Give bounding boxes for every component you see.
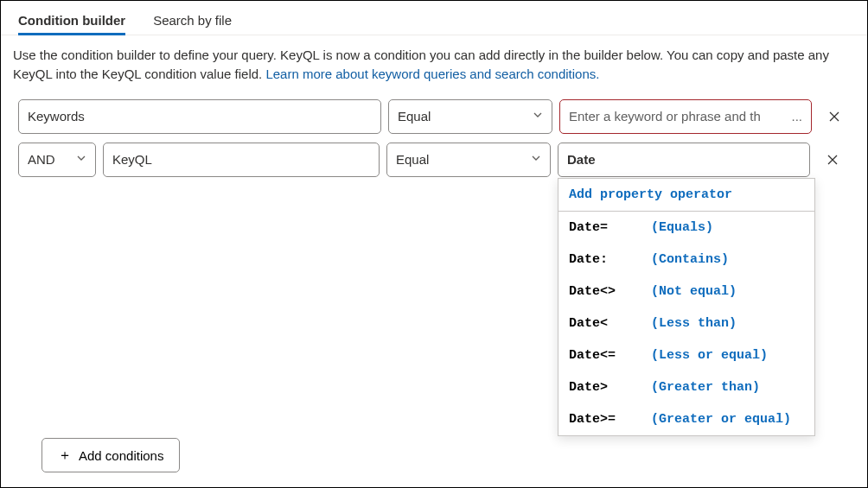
dropdown-item-key: Date<= <box>569 348 651 363</box>
dropdown-item-key: Date<> <box>569 284 651 299</box>
tabs: Condition builder Search by file <box>1 1 867 35</box>
chevron-down-icon <box>76 153 86 166</box>
dropdown-item-desc: (Greater or equal) <box>651 412 791 427</box>
dropdown-item-key: Date> <box>569 380 651 395</box>
add-conditions-button[interactable]: ＋ Add conditions <box>41 438 180 472</box>
description: Use the condition builder to define your… <box>1 35 867 99</box>
operator-select[interactable]: Equal <box>386 143 551 177</box>
dropdown-item-desc: (Less or equal) <box>651 348 768 363</box>
value-text: Date <box>567 152 596 167</box>
plus-icon: ＋ <box>58 447 72 465</box>
remove-row-button[interactable] <box>820 148 845 172</box>
dropdown-item-desc: (Less than) <box>651 316 737 331</box>
value-input-wrapper[interactable]: Date Add property operator Date= (Equals… <box>558 143 810 177</box>
property-value: Keywords <box>28 109 85 124</box>
add-conditions-label: Add conditions <box>79 448 163 463</box>
dropdown-item-key: Date= <box>569 220 651 235</box>
dropdown-item[interactable]: Date< (Less than) <box>558 307 814 339</box>
dropdown-item[interactable]: Date<= (Less or equal) <box>558 339 814 371</box>
logic-value: AND <box>28 152 55 167</box>
learn-more-link[interactable]: Learn more about keyword queries and sea… <box>265 67 599 81</box>
dropdown-item[interactable]: Date>= (Greater or equal) <box>558 403 814 435</box>
tab-search-by-file[interactable]: Search by file <box>153 8 232 35</box>
dropdown-item-key: Date: <box>569 252 651 267</box>
close-icon <box>827 110 841 124</box>
chevron-down-icon <box>531 153 541 166</box>
condition-row-2: AND KeyQL Equal Date Add property operat… <box>18 143 850 177</box>
ellipsis: ... <box>791 109 802 124</box>
value-input-wrapper[interactable]: ... <box>559 99 812 134</box>
dropdown-item-key: Date>= <box>569 412 651 427</box>
condition-row-1: Keywords Equal ... <box>18 99 850 134</box>
close-icon <box>826 153 839 167</box>
dropdown-item[interactable]: Date<> (Not equal) <box>558 276 814 307</box>
dropdown-item[interactable]: Date= (Equals) <box>558 212 814 244</box>
operator-value: Equal <box>396 152 429 167</box>
dropdown-item[interactable]: Date> (Greater than) <box>558 371 814 403</box>
chevron-down-icon <box>533 110 543 123</box>
logic-select[interactable]: AND <box>18 143 96 177</box>
dropdown-header: Add property operator <box>558 179 814 212</box>
tab-condition-builder[interactable]: Condition builder <box>18 8 125 35</box>
operator-value: Equal <box>398 109 431 124</box>
operator-select[interactable]: Equal <box>388 99 552 134</box>
value-input[interactable] <box>569 109 791 124</box>
remove-row-button[interactable] <box>822 105 846 129</box>
dropdown-item-desc: (Contains) <box>651 252 729 267</box>
dropdown-item-desc: (Not equal) <box>651 284 737 299</box>
dropdown-item[interactable]: Date: (Contains) <box>558 244 814 276</box>
property-select[interactable]: Keywords <box>18 99 381 134</box>
dropdown-item-desc: (Greater than) <box>651 380 760 395</box>
condition-rows: Keywords Equal ... AND KeyQL Equal <box>1 99 867 177</box>
autocomplete-dropdown: Add property operator Date= (Equals) Dat… <box>558 178 815 436</box>
dropdown-item-key: Date< <box>569 316 651 331</box>
property-value: KeyQL <box>112 152 152 167</box>
dropdown-item-desc: (Equals) <box>651 220 713 235</box>
property-select[interactable]: KeyQL <box>103 143 380 177</box>
